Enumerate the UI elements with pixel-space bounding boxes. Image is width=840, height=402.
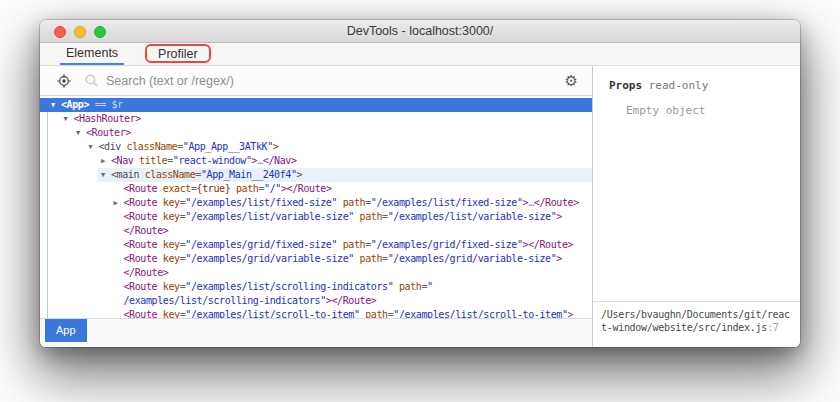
code-segment: key — [163, 239, 180, 250]
code-segment: " — [427, 281, 433, 292]
tab-bar: Elements Profiler — [40, 43, 800, 66]
code-segment: <div — [99, 141, 127, 152]
code-segment: > — [568, 309, 574, 318]
breadcrumb-item-app[interactable]: App — [45, 319, 87, 342]
chevron-down-icon[interactable]: ▼ — [64, 112, 74, 126]
elements-panel: ⚙ ▼<App> == $r▼<HashRouter>▼<Router>▼<di… — [40, 66, 592, 347]
tree-row[interactable]: /examples/list/scrolling-indicators"></R… — [40, 294, 592, 308]
tree-row[interactable]: ▶<Nav title="react-window">…</Nav> — [40, 154, 592, 168]
code-segment: "/examples/list/scroll-to-item" — [185, 309, 359, 318]
code-segment: "react-window" — [173, 155, 252, 166]
code-segment: <Route — [124, 253, 163, 264]
code-segment: </Route> — [124, 267, 169, 278]
code-segment: "App_Main__240f4" — [201, 169, 297, 180]
code-segment: "/examples/grid/fixed-size" — [371, 239, 523, 250]
content-area: ⚙ ▼<App> == $r▼<HashRouter>▼<Router>▼<di… — [40, 66, 800, 347]
tree-row[interactable]: ▼<main className="App_Main__240f4"> — [40, 168, 592, 182]
code-segment: {true} — [197, 183, 231, 194]
chevron-down-icon[interactable]: ▼ — [89, 140, 99, 154]
props-title: Props — [609, 79, 642, 92]
tree-row[interactable]: <Route key="/examples/list/scrolling-ind… — [40, 280, 592, 294]
code-segment: <Nav — [111, 155, 139, 166]
close-button[interactable] — [54, 26, 66, 38]
screenshot-stage: DevTools - localhost:3000/ Elements Prof… — [0, 0, 840, 402]
code-segment: path — [343, 197, 365, 208]
chevron-down-icon[interactable]: ▼ — [101, 168, 111, 182]
code-segment: key — [163, 197, 180, 208]
chevron-right-icon[interactable]: ▶ — [101, 154, 111, 168]
chevron-down-icon[interactable]: ▼ — [76, 126, 86, 140]
tree-row[interactable]: <Route key="/examples/list/scroll-to-ite… — [40, 308, 592, 318]
code-segment: "/examples/list/fixed-size" — [185, 197, 337, 208]
code-segment: </Route> — [534, 197, 579, 208]
code-segment: == $r — [89, 99, 123, 110]
tree-row[interactable]: <Route key="/examples/grid/fixed-size" p… — [40, 238, 592, 252]
code-segment: className — [127, 141, 178, 152]
search-bar: ⚙ — [40, 66, 592, 96]
chevron-right-icon[interactable]: ▶ — [114, 196, 124, 210]
source-line-number: :7 — [767, 322, 778, 333]
code-segment: > — [556, 211, 562, 222]
window-title: DevTools - localhost:3000/ — [347, 24, 494, 38]
code-segment: <App> — [61, 99, 89, 110]
code-segment: > — [297, 169, 303, 180]
tree-row[interactable]: <Route key="/examples/grid/variable-size… — [40, 252, 592, 266]
tree-row[interactable]: ▼<HashRouter> — [40, 112, 592, 126]
component-tree: ▼<App> == $r▼<HashRouter>▼<Router>▼<div … — [40, 96, 592, 318]
code-segment: /examples/list/scrolling-indicators" — [124, 295, 326, 306]
traffic-lights — [54, 26, 106, 38]
chevron-down-icon[interactable]: ▼ — [51, 98, 61, 112]
tab-elements[interactable]: Elements — [60, 43, 124, 65]
code-segment: path — [399, 281, 421, 292]
props-empty-object: Empty object — [593, 92, 800, 117]
code-segment: <HashRouter> — [74, 113, 141, 124]
title-bar[interactable]: DevTools - localhost:3000/ — [40, 20, 800, 43]
code-segment: <Route — [124, 183, 163, 194]
code-segment: <Route — [124, 309, 163, 318]
code-segment: path — [236, 183, 258, 194]
tree-row[interactable]: </Route> — [40, 224, 592, 238]
tree-row[interactable]: ▼<Router> — [40, 126, 592, 140]
code-segment: "/examples/grid/variable-size" — [185, 253, 354, 264]
code-segment: key — [163, 211, 180, 222]
code-segment: <Route — [124, 197, 163, 208]
code-segment: </Nav> — [263, 155, 297, 166]
search-icon — [85, 74, 98, 87]
code-segment: "/examples/grid/variable-size" — [388, 253, 557, 264]
tree-row-selected[interactable]: ▼<App> == $r — [40, 98, 592, 112]
code-segment: <Route — [124, 281, 163, 292]
code-segment: ></Route> — [281, 183, 332, 194]
tab-profiler[interactable]: Profiler — [152, 43, 204, 65]
code-segment: "/examples/list/fixed-size" — [371, 197, 523, 208]
code-segment: > — [273, 141, 279, 152]
code-segment: className — [145, 169, 196, 180]
code-segment: <Route — [124, 211, 163, 222]
code-segment: "/examples/grid/fixed-size" — [185, 239, 337, 250]
gear-icon[interactable]: ⚙ — [565, 73, 578, 88]
code-segment: "App_App__3ATkK" — [183, 141, 273, 152]
tree-row[interactable]: ▼<div className="App_App__3ATkK"> — [40, 140, 592, 154]
code-segment: path — [365, 309, 387, 318]
code-segment: path — [343, 239, 365, 250]
tree-row[interactable]: <Route key="/examples/list/variable-size… — [40, 210, 592, 224]
code-segment: "/" — [264, 183, 281, 194]
minimize-button[interactable] — [74, 26, 86, 38]
source-path: /Users/bvaughn/Documents/git/react-windo… — [601, 309, 790, 333]
code-segment: ></Route> — [523, 239, 574, 250]
code-segment: "/examples/list/variable-size" — [388, 211, 557, 222]
props-panel: Props read-only Empty object /Users/bvau… — [593, 66, 800, 347]
search-input[interactable] — [106, 74, 565, 88]
source-location-link[interactable]: /Users/bvaughn/Documents/git/react-windo… — [593, 301, 800, 347]
zoom-button[interactable] — [94, 26, 106, 38]
code-segment: ></Route> — [326, 295, 377, 306]
tree-row[interactable]: <Route exact={true} path="/"></Route> — [40, 182, 592, 196]
code-segment: <Router> — [86, 127, 131, 138]
inspect-target-icon[interactable] — [57, 74, 71, 88]
code-segment: <Route — [124, 239, 163, 250]
code-segment: path — [360, 253, 382, 264]
tab-profiler-label: Profiler — [158, 47, 198, 61]
code-segment: title — [139, 155, 167, 166]
code-segment: path — [360, 211, 382, 222]
tree-row[interactable]: </Route> — [40, 266, 592, 280]
tree-row[interactable]: ▶<Route key="/examples/list/fixed-size" … — [40, 196, 592, 210]
